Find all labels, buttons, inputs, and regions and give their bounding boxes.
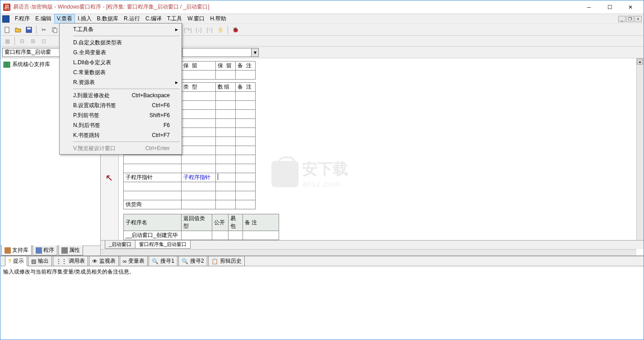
tab-program[interactable]: 程序 — [33, 246, 57, 255]
mdi-close[interactable]: × — [635, 16, 642, 22]
tab-properties[interactable]: 属性 — [58, 246, 83, 255]
svg-rect-2 — [5, 27, 9, 33]
maximize-button[interactable]: ☐ — [599, 1, 620, 14]
col-yibao: 易包 — [229, 214, 243, 231]
step-over-icon[interactable]: {↷} — [183, 25, 193, 35]
menu-item[interactable]: R.资源表▸ — [61, 77, 181, 87]
left-tabstrip: 支持库 程序 属性 — [0, 246, 100, 255]
tab-output[interactable]: ▤输出 — [28, 256, 52, 266]
list-icon — [36, 247, 42, 254]
menu-item[interactable]: J.到最近修改处Ctrl+Backspace — [61, 90, 181, 100]
menu-item[interactable]: K.书签跳转Ctrl+F7 — [61, 130, 181, 140]
tab-support-lib[interactable]: 支持库 — [1, 246, 32, 255]
menu-item[interactable]: G.全局变量表 — [61, 47, 181, 57]
tab-search1[interactable]: 🔍搜寻1 — [149, 256, 177, 266]
tab-callstack[interactable]: ⋮⋮调用表 — [53, 256, 88, 266]
align-center-icon[interactable]: ⊞ — [28, 36, 38, 46]
svg-rect-4 — [27, 28, 31, 29]
mdi-restore[interactable]: ❐ — [626, 16, 634, 22]
horizontal-scrollbar[interactable] — [101, 249, 636, 255]
menu-item[interactable]: N.到后书签F6 — [61, 120, 181, 130]
col-public: 公开 — [212, 214, 229, 231]
menu-item[interactable]: L.Dll命令定义表 — [61, 57, 181, 67]
menu-file[interactable]: F.程序 — [12, 14, 33, 24]
align-right-icon[interactable]: ⊡ — [39, 36, 49, 46]
book-icon — [3, 61, 10, 68]
copy-button[interactable] — [50, 25, 60, 35]
table-sub: 子程序名 返回值类型 公开 易包 备 注 __启动窗口_创建完毕 — [123, 214, 279, 240]
menu-run[interactable]: R.运行 — [121, 14, 143, 24]
editor-tabstrip: _启动窗口 窗口程序集_启动窗口 — [101, 240, 644, 249]
col-type: 类 型 — [182, 83, 216, 92]
menu-item[interactable]: B.设置或取消书签Ctrl+F6 — [61, 100, 181, 110]
tab-cliphistory[interactable]: 📋剪辑历史 — [208, 256, 245, 266]
doc-tab-winset[interactable]: 窗口程序集_启动窗口 — [135, 241, 191, 249]
bug-icon[interactable]: 🐞 — [230, 25, 240, 35]
hint-text: 输入或修改与当前程序集变量/类成员相关的备注信息。 — [3, 268, 641, 276]
eye-icon: 👁 — [92, 258, 98, 264]
menu-tools[interactable]: T.工具 — [164, 14, 185, 24]
row-startup[interactable]: __启动窗口_创建完毕 — [124, 231, 279, 240]
cut-button[interactable]: ✂ — [39, 25, 49, 35]
tab-vars[interactable]: ∞变量表 — [120, 256, 148, 266]
align-left-icon[interactable]: ⊟ — [17, 36, 27, 46]
menu-item[interactable]: P.到前书签Shift+F6 — [61, 110, 181, 120]
menu-edit[interactable]: E.编辑 — [33, 14, 54, 24]
menu-window[interactable]: W.窗口 — [185, 14, 207, 24]
step-into-icon[interactable]: {↓} — [194, 25, 204, 35]
step-out-icon[interactable]: {↑} — [205, 25, 215, 35]
hints-content: 输入或修改与当前程序集变量/类成员相关的备注信息。 — [0, 266, 644, 340]
col-reserved1: 保 留 — [182, 61, 216, 71]
open-button[interactable] — [13, 25, 23, 35]
col-remark3: 备 注 — [243, 214, 279, 231]
props-icon — [61, 247, 68, 254]
chevron-down-icon[interactable]: ▾ — [251, 48, 258, 57]
tab-hints[interactable]: ?提示 — [5, 256, 27, 266]
vertical-scrollbar[interactable]: ▴ ▾ — [636, 58, 644, 249]
procedure-combo-1[interactable]: 窗口程序集_启动窗 — [2, 48, 61, 57]
col-remark: 备 注 — [236, 61, 256, 71]
menu-item[interactable]: D.自定义数据类型表 — [61, 38, 181, 47]
scroll-up-icon[interactable]: ▴ — [637, 58, 643, 65]
doc-tab-startup[interactable]: _启动窗口 — [105, 241, 135, 249]
bottom-panel: ?提示 ▤输出 ⋮⋮调用表 👁监视表 ∞变量表 🔍搜寻1 🔍搜寻2 📋剪辑历史 … — [0, 255, 644, 340]
close-button[interactable]: ✕ — [620, 1, 641, 14]
tab-search2[interactable]: 🔍搜寻2 — [178, 256, 207, 266]
menu-database[interactable]: B.数据库 — [94, 14, 121, 24]
cell-editing[interactable] — [216, 173, 236, 182]
menu-view[interactable]: V.查看 — [54, 14, 75, 24]
menu-item: V.预览被设计窗口Ctrl+Enter — [61, 143, 181, 153]
minimize-button[interactable]: ─ — [579, 1, 599, 14]
bottom-tabstrip: ?提示 ▤输出 ⋮⋮调用表 👁监视表 ∞变量表 🔍搜寻1 🔍搜寻2 📋剪辑历史 — [0, 256, 644, 266]
tab-watch[interactable]: 👁监视表 — [89, 256, 119, 266]
search-icon: 🔍 — [152, 258, 159, 264]
search-icon: 🔍 — [182, 258, 188, 264]
titlebar: 易 易语言-加密狗版 - Windows窗口程序 - [程序集: 窗口程序集_启… — [0, 0, 644, 14]
menu-help[interactable]: H.帮助 — [207, 14, 229, 24]
list-icon: ⋮⋮ — [56, 258, 67, 264]
procedure-combo-2[interactable]: ▾ — [182, 48, 259, 57]
menu-compile[interactable]: C.编译 — [143, 14, 164, 24]
menu-item[interactable]: C.常量数据表 — [61, 67, 181, 77]
mdi-minimize[interactable]: _ — [618, 16, 625, 22]
cell-ptr-label: 子程序指针 — [124, 173, 182, 182]
hand-icon[interactable]: ✋ — [215, 25, 225, 35]
chevron-right-icon: ▸ — [175, 26, 178, 33]
book-icon — [5, 247, 11, 254]
menu-insert[interactable]: I.插入 — [75, 14, 94, 24]
col-return: 返回值类型 — [182, 214, 212, 231]
col-subname: 子程序名 — [124, 214, 182, 231]
view-menu-dropdown: T.工具条▸D.自定义数据类型表G.全局变量表L.Dll命令定义表C.常量数据表… — [59, 23, 182, 155]
mdi-icon — [2, 15, 9, 23]
col-remark2: 备 注 — [236, 83, 256, 92]
row-supplier[interactable]: 供货商 — [124, 200, 256, 209]
save-button[interactable] — [24, 25, 34, 35]
new-button[interactable] — [2, 25, 12, 35]
row-subptr[interactable]: 子程序指针 子程序指针 — [124, 173, 256, 182]
combo-label: 窗口程序集_启动窗 — [3, 48, 53, 56]
menu-item[interactable]: T.工具条▸ — [61, 24, 181, 34]
menubar: F.程序 E.编辑 V.查看 I.插入 B.数据库 R.运行 C.编译 T.工具… — [0, 14, 644, 24]
editor-panel: 保 留 保 留 备 注 类 型 数组 备 注 — [101, 58, 644, 255]
output-icon: ▤ — [31, 258, 36, 264]
layout-icon-1[interactable]: ▦ — [2, 36, 12, 46]
